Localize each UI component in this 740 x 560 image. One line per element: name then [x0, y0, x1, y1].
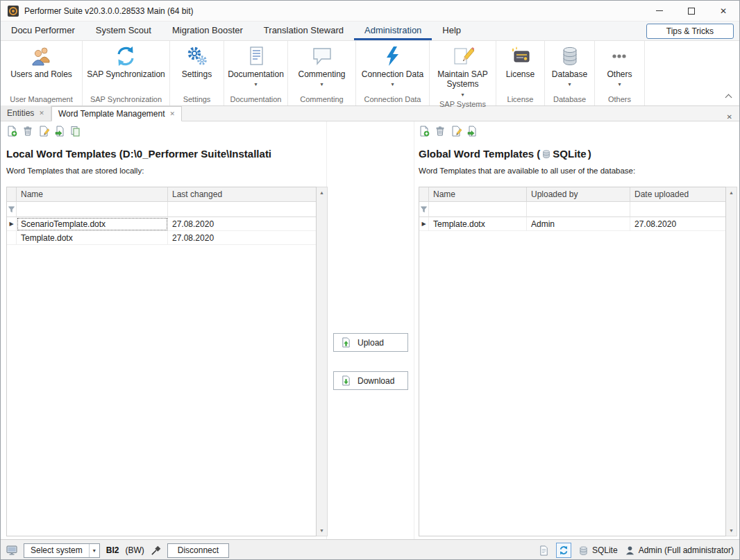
database-icon: [578, 545, 589, 556]
commenting-button[interactable]: Commenting ▾: [295, 45, 348, 93]
documentation-button[interactable]: Documentation ▾: [225, 45, 287, 93]
users-and-roles-button[interactable]: Users and Roles: [8, 45, 75, 93]
vertical-scrollbar[interactable]: ▲ ▼: [317, 187, 328, 536]
copy-template-button[interactable]: [70, 126, 81, 137]
select-system-button[interactable]: Select system ▾: [24, 543, 100, 558]
minimize-button[interactable]: [644, 1, 675, 22]
delete-template-button[interactable]: [22, 126, 33, 137]
edit-template-button[interactable]: [38, 126, 49, 137]
ribbon-group-label: SAP Synchronization: [83, 93, 169, 105]
template-row[interactable]: ▶ ScenarioTemplate.dotx 27.08.2020: [7, 217, 316, 231]
chevron-down-icon: ▾: [461, 92, 464, 98]
ribbon-item-label: Connection Data: [362, 69, 423, 79]
cell-date-uploaded[interactable]: 27.08.2020: [630, 217, 725, 231]
column-header-name[interactable]: Name: [429, 187, 527, 202]
global-templates-table: Name Uploaded by Date uploaded ▶ Templat…: [419, 187, 737, 536]
close-button[interactable]: ✕: [707, 1, 739, 22]
column-header-name[interactable]: Name: [17, 187, 168, 202]
sync-database-button[interactable]: [556, 543, 571, 558]
database-button[interactable]: Database ▾: [549, 45, 590, 93]
title-bar: Performer Suite v20.3.0.0.28533 Main (64…: [1, 1, 739, 22]
tab-label: Word Template Management: [58, 109, 165, 119]
database-name-label: SQLite: [592, 545, 618, 555]
new-template-button[interactable]: [6, 126, 17, 137]
tab-close-icon[interactable]: ✕: [170, 110, 176, 117]
license-button[interactable]: License: [503, 45, 537, 93]
chevron-down-icon: ▾: [618, 81, 621, 87]
status-bar: Select system ▾ BI2 (BW) Disconnect SQLi…: [1, 539, 739, 560]
scroll-up-icon[interactable]: ▲: [729, 187, 734, 198]
tips-tricks-button[interactable]: Tips & Tricks: [646, 24, 734, 39]
settings-button[interactable]: Settings: [179, 45, 215, 93]
column-header-uploaded-by[interactable]: Uploaded by: [527, 187, 630, 202]
scroll-down-icon[interactable]: ▼: [319, 525, 324, 536]
filter-cell-name[interactable]: [17, 202, 168, 217]
delete-template-button[interactable]: [435, 126, 446, 137]
close-tab-icon[interactable]: ✕: [720, 113, 739, 121]
template-row[interactable]: Template.dotx 27.08.2020: [7, 231, 316, 245]
edit-template-button[interactable]: [451, 126, 462, 137]
scroll-down-icon[interactable]: ▼: [729, 525, 734, 536]
upload-button[interactable]: Upload: [333, 333, 408, 352]
filter-cell-last-changed[interactable]: [168, 202, 316, 217]
global-templates-subtext: Word Templates that are available to all…: [414, 160, 740, 175]
collapse-ribbon-icon[interactable]: [725, 94, 732, 101]
others-dots-icon: [608, 45, 630, 67]
vertical-scrollbar[interactable]: ▲ ▼: [726, 187, 737, 536]
ribbon-group-user-management: Users and Roles User Management: [1, 41, 83, 105]
status-bar-right: SQLite Admin (Full administrator): [539, 543, 734, 558]
menu-translation-steward[interactable]: Translation Steward: [253, 22, 354, 40]
menu-migration-booster[interactable]: Migration Booster: [162, 22, 253, 40]
word-template-management-page: Local Word Templates (D:\0_Performer Sui…: [1, 121, 739, 539]
user-status: Admin (Full administrator): [625, 545, 734, 556]
menu-docu-performer[interactable]: Docu Performer: [1, 22, 85, 40]
cell-last-changed[interactable]: 27.08.2020: [168, 217, 316, 231]
ribbon-group-sap-sync: SAP Synchronization SAP Synchronization: [83, 41, 170, 105]
others-button[interactable]: Others ▾: [604, 45, 634, 93]
connection-data-button[interactable]: Connection Data ▾: [359, 45, 426, 93]
cell-name[interactable]: Template.dotx: [429, 217, 527, 231]
sap-synchronization-button[interactable]: SAP Synchronization: [84, 45, 168, 93]
filter-cell-date-uploaded[interactable]: [630, 202, 725, 217]
cell-last-changed[interactable]: 27.08.2020: [168, 231, 316, 245]
tab-entities[interactable]: Entities ✕: [1, 105, 51, 121]
ribbon-group-label: SAP Systems: [430, 98, 496, 110]
maximize-button[interactable]: [675, 1, 707, 22]
ribbon-item-label: SAP Synchronization: [87, 69, 165, 79]
row-indicator-cell: ▶: [419, 217, 429, 231]
cell-name[interactable]: ScenarioTemplate.dotx: [17, 217, 168, 231]
filter-funnel-icon: [8, 205, 15, 213]
local-templates-toolbar: [1, 121, 326, 139]
system-monitor-icon: [6, 545, 17, 556]
import-template-button[interactable]: [466, 126, 478, 137]
local-templates-heading: Local Word Templates (D:\0_Performer Sui…: [1, 139, 326, 160]
menu-help[interactable]: Help: [432, 22, 471, 40]
template-row[interactable]: ▶ Template.dotx Admin 27.08.2020: [419, 217, 725, 231]
filter-cell-name[interactable]: [429, 202, 527, 217]
maintain-sap-systems-button[interactable]: Maintain SAP Systems ▾: [430, 45, 496, 98]
document-tab-strip: Entities ✕ Word Template Management ✕ ✕: [1, 106, 739, 121]
global-templates-heading: Global Word Templates ( SQLite ): [414, 139, 740, 160]
ribbon-group-label: Commenting: [288, 93, 355, 105]
disconnect-button[interactable]: Disconnect: [167, 543, 229, 558]
import-template-button[interactable]: [54, 126, 65, 137]
chevron-down-icon: ▾: [89, 544, 99, 557]
row-indicator-cell: [7, 231, 17, 245]
new-template-button[interactable]: [419, 126, 430, 137]
column-header-last-changed[interactable]: Last changed: [168, 187, 316, 202]
maintain-sap-icon: [452, 45, 474, 67]
tab-close-icon[interactable]: ✕: [39, 110, 44, 117]
cell-name[interactable]: Template.dotx: [17, 231, 168, 245]
global-templates-heading-prefix: Global Word Templates (: [419, 148, 540, 160]
cell-uploaded-by[interactable]: Admin: [527, 217, 630, 231]
download-button[interactable]: Download: [333, 371, 408, 390]
ribbon-group-database: Database ▾ Database: [545, 41, 595, 105]
document-status-icon[interactable]: [539, 545, 549, 556]
chevron-down-icon: ▾: [568, 81, 571, 87]
tab-word-template-management[interactable]: Word Template Management ✕: [51, 106, 182, 121]
menu-administration[interactable]: Administration: [354, 22, 432, 40]
filter-cell-uploaded-by[interactable]: [527, 202, 630, 217]
scroll-up-icon[interactable]: ▲: [319, 187, 324, 198]
menu-system-scout[interactable]: System Scout: [85, 22, 162, 40]
column-header-date-uploaded[interactable]: Date uploaded: [630, 187, 725, 202]
